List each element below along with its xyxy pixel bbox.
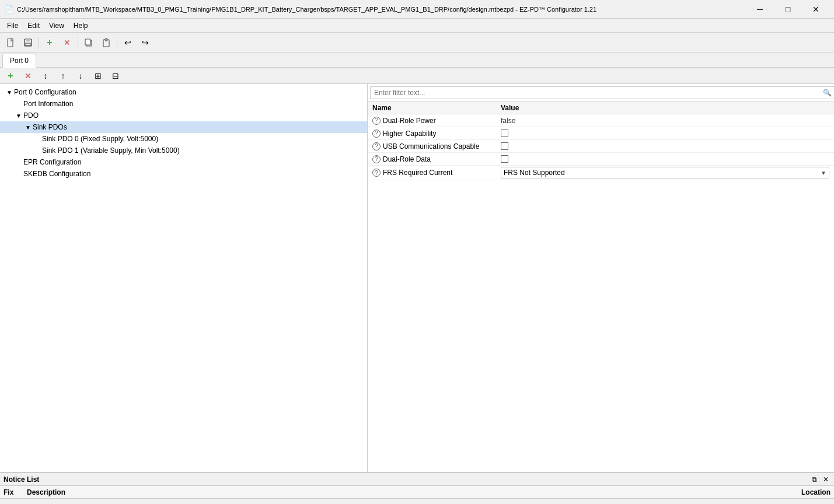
label-sink-pdo1: Sink PDO 1 (Variable Supply, Min Volt:50… — [42, 146, 180, 155]
delete-button[interactable]: ✕ — [59, 35, 75, 50]
prop-name-frs: ? FRS Required Current — [372, 169, 501, 177]
paste-button[interactable] — [98, 35, 114, 50]
label-port0-config: Port 0 Configuration — [14, 88, 76, 96]
checkbox-higher-capability[interactable] — [501, 130, 508, 137]
minimize-button[interactable]: ─ — [746, 0, 773, 19]
menu-view[interactable]: View — [44, 20, 69, 31]
toolbar-separator-3 — [117, 37, 117, 48]
help-icon-dual-role-data[interactable]: ? — [372, 155, 381, 163]
prop-name-higher-capability: ? Higher Capability — [372, 130, 501, 138]
tree-add-button[interactable]: + — [2, 68, 19, 83]
window-title: C:/Users/ramshopitham/MTB_Workspace/MTB3… — [17, 6, 596, 13]
frs-dropdown[interactable]: FRS Not Supported ▼ — [501, 167, 829, 178]
prop-value-frs: FRS Not Supported ▼ — [501, 167, 829, 178]
notice-restore-button[interactable]: ⧉ — [809, 475, 819, 484]
help-icon-frs[interactable]: ? — [372, 169, 381, 177]
prop-value-higher-capability — [501, 130, 829, 137]
checkbox-dual-role-data[interactable] — [501, 155, 508, 163]
notice-controls: ⧉ ✕ — [809, 475, 830, 484]
new-button[interactable] — [2, 35, 19, 50]
tree-node-pdo[interactable]: ▼ PDO — [0, 110, 367, 121]
tree-node-sink-pdos[interactable]: ▼ Sink PDOs — [0, 121, 367, 133]
tree-expand-button[interactable]: ⊞ — [90, 68, 106, 83]
label-pdo: PDO — [23, 111, 39, 120]
svg-rect-0 — [8, 38, 13, 47]
copy-button[interactable] — [81, 35, 97, 50]
tree-container: ▼ Port 0 Configuration ▶ Port Informatio… — [0, 84, 367, 472]
label-skedb: SKEDB Configuration — [23, 170, 90, 178]
prop-label-dual-role-power: Dual-Role Power — [383, 117, 436, 125]
window-controls: ─ □ ✕ — [746, 0, 829, 19]
toolbar-separator-2 — [78, 37, 78, 48]
toggle-pdo[interactable]: ▼ — [14, 113, 23, 119]
svg-rect-3 — [26, 43, 30, 46]
title-icon: 📄 — [5, 5, 13, 13]
prop-row-higher-capability: ? Higher Capability — [368, 127, 834, 140]
undo-button[interactable]: ↩ — [120, 35, 136, 50]
prop-value-dual-role-data — [501, 155, 829, 163]
help-icon-dual-role-power[interactable]: ? — [372, 117, 381, 125]
add-button[interactable]: + — [41, 35, 58, 50]
prop-name-dual-role-power: ? Dual-Role Power — [372, 117, 501, 125]
prop-label-frs: FRS Required Current — [383, 169, 452, 177]
label-port-info: Port Information — [23, 100, 73, 108]
label-epr: EPR Configuration — [23, 158, 81, 166]
redo-button[interactable]: ↪ — [137, 35, 153, 50]
header-value: Value — [501, 104, 829, 112]
tree-node-epr[interactable]: ▶ EPR Configuration — [0, 156, 367, 168]
maximize-button[interactable]: □ — [774, 0, 801, 19]
prop-label-dual-role-data: Dual-Role Data — [383, 155, 431, 163]
checkbox-usb-comm[interactable] — [501, 142, 508, 150]
frs-dropdown-value: FRS Not Supported — [504, 169, 565, 177]
tree-remove-button[interactable]: ✕ — [20, 68, 36, 83]
tree-node-port-info[interactable]: ▶ Port Information — [0, 98, 367, 110]
menu-bar: File Edit View Help — [0, 19, 834, 33]
prop-name-dual-role-data: ? Dual-Role Data — [372, 155, 501, 163]
notice-col-location: Location — [784, 488, 830, 496]
tree-node-sink-pdo0[interactable]: ▶ Sink PDO 0 (Fixed Supply, Volt:5000) — [0, 133, 367, 145]
frs-dropdown-arrow: ▼ — [821, 170, 826, 176]
notice-close-button[interactable]: ✕ — [821, 475, 830, 484]
dual-role-power-value: false — [501, 117, 515, 125]
tree-up-button[interactable]: ↑ — [55, 68, 71, 83]
toggle-sink-pdos[interactable]: ▼ — [23, 124, 33, 131]
prop-value-usb-comm — [501, 142, 829, 150]
properties-header: Name Value — [368, 102, 834, 114]
tree-node-sink-pdo1[interactable]: ▶ Sink PDO 1 (Variable Supply, Min Volt:… — [0, 145, 367, 156]
filter-input[interactable] — [370, 86, 834, 99]
prop-name-usb-comm: ? USB Communications Capable — [372, 142, 501, 150]
menu-help[interactable]: Help — [69, 20, 93, 31]
prop-label-usb-comm: USB Communications Capable — [383, 142, 479, 150]
title-text: 📄 C:/Users/ramshopitham/MTB_Workspace/MT… — [5, 5, 596, 13]
help-icon-usb-comm[interactable]: ? — [372, 142, 381, 150]
prop-value-dual-role-power: false — [501, 117, 829, 125]
prop-row-dual-role-data: ? Dual-Role Data — [368, 153, 834, 166]
tree-down-button[interactable]: ↓ — [72, 68, 89, 83]
toggle-port0-config[interactable]: ▼ — [5, 89, 14, 96]
tree-collapse-button[interactable]: ⊟ — [107, 68, 124, 83]
close-button[interactable]: ✕ — [802, 0, 829, 19]
label-sink-pdos: Sink PDOs — [33, 123, 67, 131]
prop-row-dual-role-power: ? Dual-Role Power false — [368, 114, 834, 127]
notice-header: Notice List ⧉ ✕ — [0, 473, 834, 486]
tree-node-skedb[interactable]: ▶ SKEDB Configuration — [0, 168, 367, 180]
notice-column-header: Fix Description Location — [0, 486, 834, 499]
header-name: Name — [372, 104, 501, 112]
notice-title: Notice List — [4, 475, 39, 484]
menu-edit[interactable]: Edit — [23, 20, 44, 31]
help-icon-higher-capability[interactable]: ? — [372, 130, 381, 138]
save-button[interactable] — [20, 35, 36, 50]
tab-port0[interactable]: Port 0 — [2, 54, 36, 68]
tab-bar: Port 0 — [0, 52, 834, 68]
notice-col-fix: Fix — [4, 488, 27, 496]
properties-table: ? Dual-Role Power false ? Higher Capabil… — [368, 114, 834, 472]
prop-row-usb-comm: ? USB Communications Capable — [368, 140, 834, 153]
tree-sort-button[interactable]: ↕ — [37, 68, 54, 83]
toolbar: + ✕ ↩ ↪ — [0, 33, 834, 52]
svg-rect-7 — [105, 38, 107, 41]
svg-rect-2 — [26, 39, 30, 41]
label-sink-pdo0: Sink PDO 0 (Fixed Supply, Volt:5000) — [42, 135, 158, 143]
title-bar: 📄 C:/Users/ramshopitham/MTB_Workspace/MT… — [0, 0, 834, 19]
tree-node-port0-config[interactable]: ▼ Port 0 Configuration — [0, 86, 367, 98]
menu-file[interactable]: File — [2, 20, 23, 31]
